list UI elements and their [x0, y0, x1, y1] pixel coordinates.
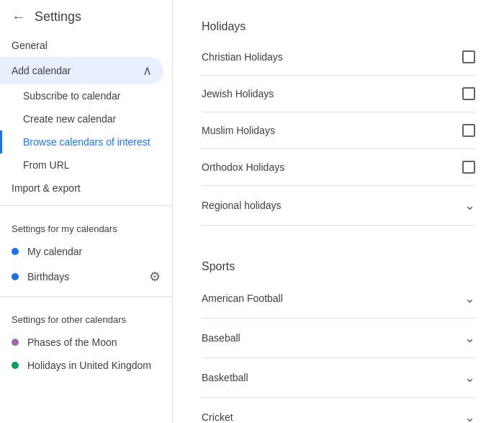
regional-holidays-label: Regional holidays — [202, 200, 282, 211]
baseball-label: Baseball — [202, 332, 240, 344]
gap-1 — [202, 226, 475, 249]
sidebar-item-general[interactable]: General — [0, 34, 163, 57]
calendar-item-birthdays[interactable]: Birthdays ⚙ — [0, 263, 172, 290]
sidebar-sub-item-create[interactable]: Create new calendar — [0, 107, 163, 130]
import-export-label: Import & export — [12, 182, 81, 194]
moon-dot — [12, 339, 19, 346]
sport-row-basketball[interactable]: Basketball ⌄ — [202, 358, 475, 398]
general-label: General — [12, 40, 48, 51]
moon-label: Phases of the Moon — [27, 337, 117, 348]
muslim-holidays-checkbox[interactable] — [462, 124, 475, 137]
christian-holidays-label: Christian Holidays — [202, 51, 283, 63]
add-calendar-label: Add calendar — [12, 65, 71, 76]
holiday-row-orthodox[interactable]: Orthodox Holidays — [202, 149, 475, 186]
holiday-row-jewish[interactable]: Jewish Holidays — [202, 76, 475, 112]
regional-holidays-chevron-icon: ⌄ — [464, 197, 475, 213]
jewish-holidays-checkbox[interactable] — [462, 87, 475, 100]
sport-row-american-football[interactable]: American Football ⌄ — [202, 279, 475, 319]
sidebar-title: Settings — [35, 9, 81, 25]
divider-1 — [0, 205, 172, 206]
orthodox-holidays-label: Orthodox Holidays — [202, 161, 284, 173]
holiday-row-christian[interactable]: Christian Holidays — [202, 39, 475, 76]
sidebar-header: ← Settings — [0, 0, 172, 34]
sport-row-cricket[interactable]: Cricket ⌄ — [202, 398, 475, 423]
sports-heading: Sports — [202, 254, 475, 273]
jewish-holidays-label: Jewish Holidays — [202, 88, 274, 99]
holiday-row-muslim[interactable]: Muslim Holidays — [202, 112, 475, 149]
my-calendar-dot — [12, 248, 19, 255]
american-football-label: American Football — [202, 293, 283, 304]
birthdays-dot — [12, 273, 19, 280]
my-calendar-label: My calendar — [27, 246, 82, 257]
cricket-label: Cricket — [202, 411, 233, 423]
sidebar-sub-item-browse[interactable]: Browse calendars of interest — [0, 130, 163, 153]
american-football-chevron-icon: ⌄ — [464, 290, 475, 306]
orthodox-holidays-checkbox[interactable] — [462, 161, 475, 174]
sidebar-item-import-export[interactable]: Import & export — [0, 177, 163, 200]
holidays-heading: Holidays — [202, 14, 475, 33]
calendar-item-moon[interactable]: Phases of the Moon — [0, 331, 172, 354]
main-content: Holidays Christian Holidays Jewish Holid… — [173, 0, 504, 423]
baseball-chevron-icon: ⌄ — [464, 330, 475, 346]
sidebar: ← Settings General Add calendar ∧ Subscr… — [0, 0, 173, 423]
holiday-row-regional[interactable]: Regional holidays ⌄ — [202, 186, 475, 226]
other-calendars-section-label: Settings for other calendars — [0, 303, 172, 331]
holidays-uk-dot — [12, 362, 19, 369]
muslim-holidays-label: Muslim Holidays — [202, 125, 275, 136]
back-button[interactable]: ← — [12, 9, 26, 25]
sidebar-sub-item-subscribe[interactable]: Subscribe to calendar — [0, 84, 163, 107]
basketball-chevron-icon: ⌄ — [464, 370, 475, 386]
birthdays-label: Birthdays — [27, 271, 69, 282]
sport-row-baseball[interactable]: Baseball ⌄ — [202, 319, 475, 358]
calendar-item-holidays-uk[interactable]: Holidays in United Kingdom — [0, 354, 172, 377]
cricket-chevron-icon: ⌄ — [464, 409, 475, 423]
christian-holidays-checkbox[interactable] — [462, 50, 475, 63]
divider-2 — [0, 296, 172, 297]
sidebar-item-add-calendar[interactable]: Add calendar ∧ — [0, 57, 163, 84]
basketball-label: Basketball — [202, 372, 248, 383]
chevron-up-icon: ∧ — [143, 63, 152, 79]
birthdays-settings-icon[interactable]: ⚙ — [149, 269, 161, 285]
holidays-uk-label: Holidays in United Kingdom — [27, 360, 151, 371]
sidebar-sub-item-url[interactable]: From URL — [0, 153, 163, 177]
my-calendars-section-label: Settings for my calendars — [0, 212, 172, 240]
calendar-item-my-calendar[interactable]: My calendar — [0, 240, 172, 263]
